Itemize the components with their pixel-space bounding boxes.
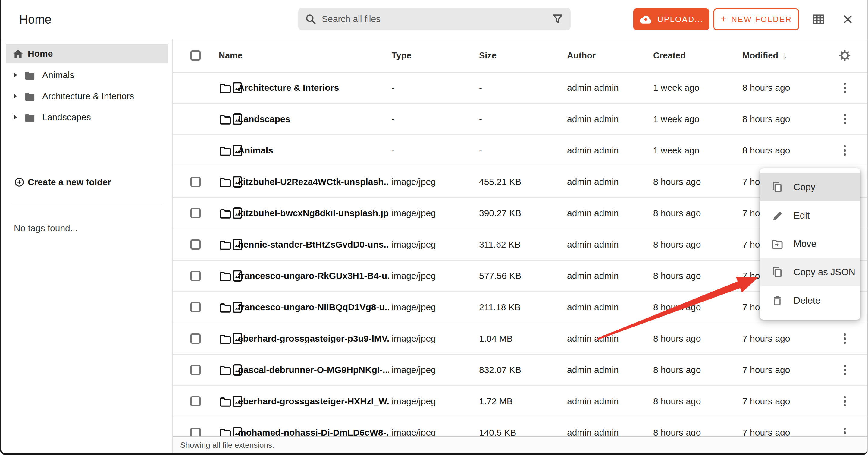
menu-item-label: Copy <box>794 182 815 193</box>
sidebar-divider <box>11 204 163 204</box>
row-menu-button[interactable] <box>840 112 849 126</box>
column-header-created[interactable]: Created <box>653 38 686 73</box>
move-icon <box>771 238 783 250</box>
context-menu-item[interactable]: Edit <box>760 201 861 230</box>
file-type: - <box>392 135 395 166</box>
column-settings-button[interactable] <box>836 38 854 73</box>
folder-icon <box>219 82 231 93</box>
upload-button[interactable]: UPLOAD... <box>633 8 709 30</box>
folder-icon <box>219 239 231 250</box>
file-type: image/jpeg <box>392 292 436 323</box>
column-header-author[interactable]: Author <box>567 38 596 73</box>
grid-view-button[interactable] <box>813 0 824 38</box>
row-checkbox[interactable] <box>190 428 200 436</box>
file-modified: 7 hours ago <box>742 417 790 436</box>
row-checkbox[interactable] <box>190 177 200 187</box>
row-checkbox[interactable] <box>190 208 200 218</box>
table-row[interactable]: eberhard-grossgasteiger-HXHzI_W... image… <box>173 386 867 417</box>
sidebar: Home Animals <box>1 38 173 453</box>
sidebar-folder-item[interactable]: Architecture & Interiors <box>1 86 172 107</box>
table-row[interactable]: mohamed-nohassi-Di-DmLD6cW8-... image/jp… <box>173 417 867 436</box>
copy-icon <box>771 181 783 193</box>
row-menu-button[interactable] <box>840 331 849 346</box>
column-header-modified[interactable]: Modified ↓ <box>742 38 787 73</box>
table-row[interactable]: Animals - - admin admin 1 week ago 8 hou… <box>173 135 867 166</box>
filter-icon[interactable] <box>552 13 563 25</box>
file-created: 8 hours ago <box>653 354 701 385</box>
context-menu-item[interactable]: Copy <box>760 173 861 201</box>
table-header: Name Type Size Author Created Modified ↓ <box>173 38 867 73</box>
column-header-size[interactable]: Size <box>479 38 497 73</box>
table-row[interactable]: Architecture & Interiors - - admin admin… <box>173 73 867 104</box>
row-checkbox[interactable] <box>190 302 200 312</box>
folder-icon <box>219 365 231 375</box>
new-folder-button[interactable]: + NEW FOLDER <box>713 8 799 30</box>
file-size: 390.27 KB <box>479 198 521 229</box>
context-menu-item[interactable]: Copy as JSON <box>760 258 861 286</box>
file-size: - <box>479 135 482 166</box>
row-menu-button[interactable] <box>840 363 849 377</box>
file-size: 140.5 KB <box>479 417 516 436</box>
media-manager-window: Home UPLOAD... + NEW FOLDER <box>0 0 868 455</box>
menu-item-label: Copy as JSON <box>794 267 855 278</box>
status-bar: Showing all file extensions. <box>173 436 867 453</box>
row-checkbox[interactable] <box>190 365 200 375</box>
file-author: admin admin <box>567 104 619 135</box>
row-menu-button[interactable] <box>840 80 849 95</box>
file-type: image/jpeg <box>392 166 436 197</box>
row-checkbox[interactable] <box>190 396 200 406</box>
file-modified: 7 hours ago <box>742 386 790 417</box>
create-folder-button[interactable]: Create a new folder <box>14 175 111 189</box>
context-menu: Copy Edit Move <box>760 168 861 320</box>
file-created: 8 hours ago <box>653 166 701 197</box>
folder-icon <box>219 427 231 436</box>
row-checkbox[interactable] <box>190 334 200 344</box>
file-type: image/jpeg <box>392 323 436 354</box>
file-name: francesco-ungaro-NilBQqD1Vg8-u... <box>238 292 389 323</box>
sidebar-folder-item[interactable]: Animals <box>1 64 172 86</box>
file-size: 832.07 KB <box>479 354 521 385</box>
context-menu-item[interactable]: Delete <box>760 286 861 315</box>
table-row[interactable]: Landscapes - - admin admin 1 week ago 8 … <box>173 104 867 135</box>
no-tags-text: No tags found... <box>14 223 78 233</box>
sidebar-folder-label: Landscapes <box>42 112 91 122</box>
caret-right-icon[interactable] <box>13 114 18 120</box>
column-header-name[interactable]: Name <box>219 38 243 73</box>
file-size: 1.72 MB <box>479 386 513 417</box>
file-name: eberhard-grossgasteiger-HXHzI_W... <box>238 386 389 417</box>
close-button[interactable] <box>843 0 852 38</box>
file-author: admin admin <box>567 386 619 417</box>
row-checkbox[interactable] <box>190 271 200 281</box>
file-size: 311.62 KB <box>479 229 521 260</box>
folder-icon <box>219 396 231 407</box>
file-created: 8 hours ago <box>653 292 701 323</box>
caret-right-icon[interactable] <box>13 72 18 78</box>
table-row[interactable]: eberhard-grossgasteiger-p3u9-lMV... imag… <box>173 323 867 354</box>
file-name: kitzbuhel-U2Reza4WCtk-unsplash.... <box>238 166 389 197</box>
create-folder-label: Create a new folder <box>28 177 111 187</box>
caret-right-icon[interactable] <box>13 93 18 99</box>
top-bar: Home UPLOAD... + NEW FOLDER <box>1 0 867 39</box>
row-menu-button[interactable] <box>840 394 849 409</box>
file-author: admin admin <box>567 323 619 354</box>
row-menu-button[interactable] <box>840 143 849 158</box>
sidebar-folder-item[interactable]: Landscapes <box>1 107 172 128</box>
file-author: admin admin <box>567 229 619 260</box>
column-header-type[interactable]: Type <box>392 38 411 73</box>
folder-icon <box>219 333 231 344</box>
file-author: admin admin <box>567 354 619 385</box>
table-row[interactable]: pascal-debrunner-O-MG9HpNKgI-... image/j… <box>173 354 867 386</box>
sidebar-item-home[interactable]: Home <box>6 44 168 63</box>
file-name: francesco-ungaro-RkGUx3H1-B4-u... <box>238 260 389 291</box>
folder-icon <box>219 176 231 187</box>
sidebar-folder-label: Architecture & Interiors <box>42 91 134 101</box>
file-size: 455.21 KB <box>479 166 521 197</box>
file-author: admin admin <box>567 260 619 291</box>
folder-icon <box>24 91 36 101</box>
file-size: 577.56 KB <box>479 260 521 291</box>
search-input[interactable] <box>316 14 552 24</box>
context-menu-item[interactable]: Move <box>760 230 861 258</box>
select-all-checkbox[interactable] <box>190 50 200 61</box>
row-checkbox[interactable] <box>190 239 200 250</box>
row-menu-button[interactable] <box>840 425 849 436</box>
